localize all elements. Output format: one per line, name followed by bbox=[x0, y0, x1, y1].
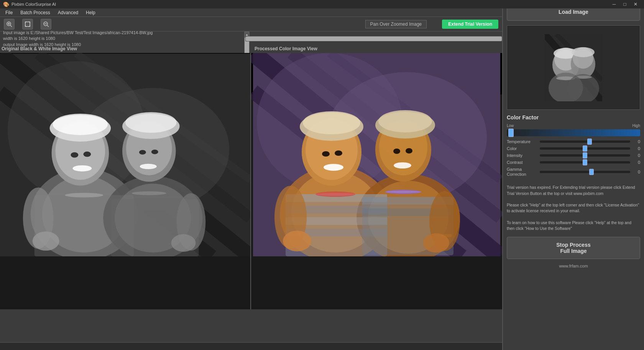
hscrollbar-thumb[interactable] bbox=[246, 36, 502, 41]
titlebar-controls: ─ □ ✕ bbox=[609, 0, 641, 8]
app-icon: 🎨 bbox=[3, 2, 9, 7]
svg-line-6 bbox=[47, 25, 49, 27]
color-value: 0 bbox=[632, 146, 640, 151]
gamma-label: GammaCorrection bbox=[507, 167, 537, 177]
svg-point-40 bbox=[171, 234, 196, 252]
color-factor-slider-container: Low High bbox=[507, 124, 640, 136]
titlebar-left: 🎨 Pixbim ColorSurprise AI bbox=[3, 2, 56, 7]
menubar: File Batch Process Advanced Help bbox=[0, 8, 502, 17]
right-panel: Load Image Color Factor Low High bbox=[502, 0, 644, 350]
cf-high-label: High bbox=[632, 124, 640, 128]
color-slider-track[interactable] bbox=[540, 147, 630, 150]
color-factor-slider-track[interactable] bbox=[507, 129, 640, 136]
contrast-slider-track[interactable] bbox=[540, 161, 630, 163]
color-image-panel[interactable] bbox=[251, 53, 502, 309]
fullscreen-button[interactable] bbox=[22, 19, 33, 30]
bottom-bar bbox=[0, 342, 502, 350]
contrast-slider-thumb[interactable] bbox=[583, 159, 587, 165]
gamma-slider-thumb[interactable] bbox=[589, 169, 594, 175]
trial-notice: Trial version has expired. For Extending… bbox=[507, 185, 640, 231]
menu-file[interactable]: File bbox=[2, 9, 16, 16]
zoom-out-button[interactable] bbox=[41, 19, 51, 30]
gamma-slider-row: GammaCorrection 0 bbox=[507, 167, 640, 177]
gamma-slider-track[interactable] bbox=[540, 171, 630, 173]
color-slider-thumb[interactable] bbox=[583, 145, 587, 152]
toolbar: Pan Over Zoomed Image Extend Trial Versi… bbox=[0, 17, 502, 31]
color-factor-section: Color Factor Low High Temperature 0 Colo… bbox=[503, 111, 644, 182]
extend-trial-button[interactable]: Extend Trial Version bbox=[442, 20, 498, 29]
svg-point-29 bbox=[71, 152, 78, 158]
temperature-slider-row: Temperature 0 bbox=[507, 139, 640, 144]
stop-process-line2: Full Image bbox=[560, 248, 586, 254]
stop-process-button[interactable]: Stop Process Full Image bbox=[507, 237, 640, 259]
svg-point-77 bbox=[385, 191, 421, 193]
website-label: www.frfam.com bbox=[503, 262, 644, 270]
temperature-value: 0 bbox=[632, 139, 640, 144]
svg-point-64 bbox=[393, 149, 400, 154]
horizontal-scrollbar[interactable] bbox=[245, 36, 502, 41]
svg-point-36 bbox=[132, 192, 166, 195]
svg-point-75 bbox=[315, 193, 355, 196]
restore-button[interactable]: □ bbox=[619, 0, 630, 8]
titlebar-title: Pixbim ColorSurprise AI bbox=[12, 2, 56, 7]
svg-point-27 bbox=[72, 165, 92, 172]
temperature-slider-thumb[interactable] bbox=[587, 139, 592, 145]
color-factor-slider-thumb[interactable] bbox=[508, 129, 514, 137]
thumbnail-area bbox=[507, 25, 640, 110]
pan-label: Pan Over Zoomed Image bbox=[365, 20, 427, 28]
svg-point-28 bbox=[140, 164, 157, 169]
color-panel-label: Processed Color Image View bbox=[255, 46, 317, 51]
svg-point-82 bbox=[283, 231, 311, 251]
color-factor-title: Color Factor bbox=[507, 114, 640, 121]
bw-photo-svg bbox=[0, 53, 250, 256]
svg-point-62 bbox=[322, 151, 330, 157]
intensity-slider-track[interactable] bbox=[540, 154, 630, 157]
svg-point-83 bbox=[423, 233, 449, 253]
contrast-value: 0 bbox=[632, 160, 640, 165]
svg-point-92 bbox=[572, 47, 595, 57]
svg-point-61 bbox=[394, 162, 411, 168]
close-button[interactable]: ✕ bbox=[630, 0, 641, 8]
svg-point-22 bbox=[53, 114, 108, 135]
temperature-slider-track[interactable] bbox=[540, 140, 630, 143]
horizontal-scrollbar-area[interactable] bbox=[245, 31, 502, 46]
menu-batch-process[interactable]: Batch Process bbox=[16, 9, 54, 16]
titlebar: 🎨 Pixbim ColorSurprise AI ─ □ ✕ bbox=[0, 0, 644, 8]
bw-panel-label: Original Black & White Image View bbox=[2, 46, 77, 51]
color-label-slider: Color bbox=[507, 146, 537, 151]
svg-rect-4 bbox=[25, 22, 30, 26]
zoom-in-button[interactable] bbox=[4, 19, 15, 30]
color-photo-svg bbox=[251, 53, 502, 256]
svg-point-32 bbox=[151, 150, 158, 154]
menu-advanced[interactable]: Advanced bbox=[54, 9, 82, 16]
contrast-slider-row: Contrast 0 bbox=[507, 160, 640, 165]
bw-image-panel[interactable] bbox=[0, 53, 251, 309]
menu-help[interactable]: Help bbox=[82, 9, 99, 16]
gamma-value: 0 bbox=[632, 170, 640, 174]
stop-process-line1: Stop Process bbox=[556, 242, 590, 248]
intensity-slider-thumb[interactable] bbox=[583, 152, 587, 158]
svg-point-31 bbox=[139, 150, 146, 155]
svg-point-39 bbox=[33, 231, 59, 251]
contrast-label: Contrast bbox=[507, 160, 537, 165]
intensity-slider-row: Intensity 0 bbox=[507, 153, 640, 158]
cf-low-label: Low bbox=[507, 124, 514, 128]
svg-point-35 bbox=[65, 193, 103, 198]
svg-line-1 bbox=[10, 25, 12, 27]
svg-point-65 bbox=[406, 148, 412, 154]
intensity-label: Intensity bbox=[507, 153, 537, 158]
color-slider-row: Color 0 bbox=[507, 146, 640, 151]
cf-slider-labels: Low High bbox=[507, 124, 640, 128]
intensity-value: 0 bbox=[632, 153, 640, 158]
svg-point-30 bbox=[83, 152, 91, 157]
svg-point-59 bbox=[378, 110, 432, 132]
svg-point-63 bbox=[335, 150, 342, 156]
svg-point-55 bbox=[303, 111, 360, 134]
minimize-button[interactable]: ─ bbox=[609, 0, 619, 8]
main-image-area bbox=[0, 53, 502, 309]
temperature-label: Temperature bbox=[507, 139, 537, 144]
svg-point-60 bbox=[324, 164, 343, 171]
svg-point-26 bbox=[125, 112, 177, 133]
thumbnail-image bbox=[545, 34, 602, 101]
